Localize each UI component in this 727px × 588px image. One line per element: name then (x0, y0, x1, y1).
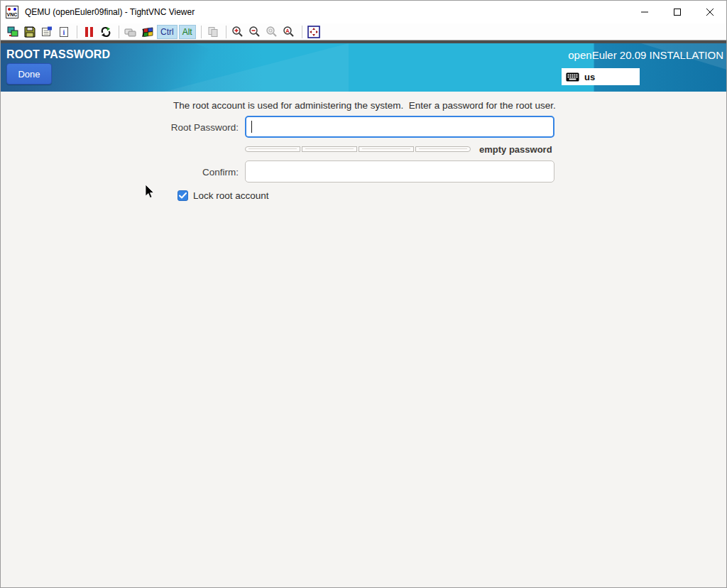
root-password-input[interactable] (245, 116, 554, 138)
vnc-toolbar: i Ctrl Alt A (1, 23, 726, 40)
fullscreen-icon[interactable] (306, 25, 322, 39)
zoom-100-icon[interactable] (264, 25, 280, 39)
installer-banner: ROOT PASSWORD Done openEuler 20.09 INSTA… (1, 43, 727, 92)
window-title: QEMU (openEuler09final) - TightVNC Viewe… (25, 7, 195, 17)
strength-segment (302, 146, 357, 152)
title-bar: VNC QEMU (openEuler09final) - TightVNC V… (1, 1, 726, 23)
save-session-icon[interactable] (22, 25, 38, 39)
zoom-auto-icon[interactable]: A (281, 25, 297, 39)
mouse-cursor-icon (145, 184, 155, 202)
strength-segment (415, 146, 471, 152)
send-keys-icon[interactable] (123, 25, 138, 39)
vnc-viewer-window: VNC QEMU (openEuler09final) - TightVNC V… (0, 0, 727, 588)
new-connection-icon[interactable] (5, 25, 21, 39)
keyboard-layout-code: us (584, 72, 595, 82)
zoom-out-icon[interactable] (247, 25, 263, 39)
ctrl-alt-del-icon[interactable] (140, 25, 155, 39)
root-password-page: The root account is used for administeri… (1, 92, 727, 588)
pause-icon[interactable] (81, 25, 97, 39)
page-title: ROOT PASSWORD (6, 48, 110, 61)
root-password-label: Root Password: (1, 122, 239, 133)
refresh-icon[interactable] (98, 25, 114, 39)
confirm-label: Confirm: (1, 167, 239, 178)
instruction-text: The root account is used for administeri… (173, 100, 556, 111)
password-strength-bar (245, 146, 471, 152)
svg-text:i: i (63, 28, 65, 36)
zoom-in-icon[interactable] (230, 25, 246, 39)
connection-info-icon[interactable]: i (56, 25, 72, 39)
close-button[interactable] (694, 1, 726, 23)
text-caret (251, 121, 252, 133)
keyboard-icon (566, 72, 579, 82)
ctrl-key-button[interactable]: Ctrl (157, 25, 177, 39)
connection-options-icon[interactable] (39, 25, 55, 39)
maximize-button[interactable] (661, 1, 694, 23)
tightvnc-logo-icon: VNC (6, 6, 18, 18)
lock-root-account-label: Lock root account (193, 190, 269, 201)
confirm-password-input[interactable] (245, 160, 554, 183)
keyboard-layout-indicator[interactable]: us (562, 68, 640, 85)
done-button[interactable]: Done (6, 63, 52, 85)
alt-key-button[interactable]: Alt (179, 25, 196, 39)
minimize-button[interactable] (628, 1, 661, 23)
password-strength-status: empty password (479, 144, 552, 155)
installer-product-title: openEuler 20.09 INSTALLATION (568, 49, 723, 61)
lock-root-account-checkbox[interactable] (177, 190, 188, 201)
svg-text:A: A (285, 28, 290, 34)
copy-icon[interactable] (205, 25, 221, 39)
strength-segment (245, 146, 300, 152)
strength-segment (359, 146, 414, 152)
